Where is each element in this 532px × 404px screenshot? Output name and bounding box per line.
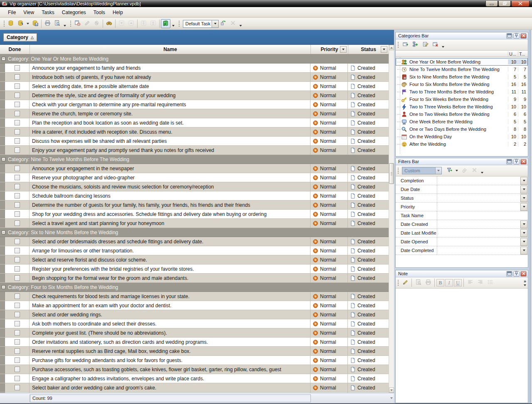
- categories-bar-title[interactable]: Categories Bar: [396, 32, 528, 39]
- done-checkbox[interactable]: [15, 83, 20, 89]
- bold-button[interactable]: B: [436, 279, 444, 286]
- clear-filter-button[interactable]: [459, 166, 469, 175]
- find-button[interactable]: [104, 19, 114, 28]
- filter-value-field[interactable]: [437, 211, 528, 220]
- toolbar-overflow-arrow[interactable]: [481, 172, 483, 174]
- task-row[interactable]: Select a travel agent and start planning…: [0, 219, 394, 228]
- done-checkbox[interactable]: [15, 120, 20, 125]
- task-row[interactable]: Discuss how expenses will be shared with…: [0, 137, 394, 146]
- move-top-button[interactable]: [148, 19, 158, 28]
- filter-value-field[interactable]: [437, 194, 520, 202]
- edit-category-button[interactable]: [420, 41, 430, 49]
- panel-close-button[interactable]: [520, 33, 527, 39]
- filter-dropdown-button[interactable]: [520, 220, 527, 228]
- filter-value-field[interactable]: [437, 246, 520, 255]
- column-header-status[interactable]: Status: [348, 45, 389, 54]
- combobox-dropdown-button[interactable]: [435, 167, 441, 174]
- filter-value-field[interactable]: [437, 238, 520, 246]
- panel-close-button[interactable]: [520, 271, 527, 277]
- toolbar-grip[interactable]: [397, 167, 399, 174]
- panel-float-button[interactable]: [506, 33, 512, 39]
- task-row[interactable]: Reserve your photographer and video-grap…: [0, 173, 394, 182]
- task-row[interactable]: Make an appointment for an exam with you…: [0, 301, 394, 310]
- task-row[interactable]: Check with your clergyman to determine a…: [0, 100, 394, 109]
- scroll-corner[interactable]: [389, 394, 394, 402]
- category-item[interactable]: Four to Six Months Before the Wedding161…: [396, 81, 528, 88]
- collapse-icon[interactable]: −: [2, 230, 5, 234]
- task-row[interactable]: Select and order wedding rings.NormalCre…: [0, 310, 394, 319]
- toolbar-grip[interactable]: [397, 41, 399, 49]
- notes-toggle-button[interactable]: [161, 19, 170, 28]
- combobox-dropdown-button[interactable]: [212, 20, 218, 27]
- done-checkbox[interactable]: [15, 339, 20, 345]
- toolbar-overflow-arrow[interactable]: [172, 25, 175, 27]
- done-checkbox[interactable]: [15, 294, 20, 299]
- filters-bar-title[interactable]: Filters Bar: [396, 158, 528, 165]
- scroll-thumb[interactable]: [389, 163, 394, 184]
- toolbar-overflow-arrow[interactable]: [64, 25, 66, 27]
- priority-filter-dropdown[interactable]: [340, 46, 347, 53]
- column-header-name[interactable]: Name: [30, 45, 311, 54]
- done-checkbox[interactable]: [15, 257, 20, 262]
- task-row[interactable]: Order invitations and stationery, such a…: [0, 338, 394, 347]
- filter-dropdown-button[interactable]: [520, 203, 527, 211]
- task-row[interactable]: Enjoy your engagement party and promptly…: [0, 146, 394, 155]
- done-checkbox[interactable]: [15, 74, 20, 80]
- align-right-button[interactable]: [475, 279, 485, 287]
- category-item[interactable]: Six to Nine Months Before the Wedding55: [396, 73, 528, 81]
- save-database-button[interactable]: [30, 19, 40, 28]
- task-row[interactable]: Determine the style, size and degree of …: [0, 91, 394, 100]
- status-filter-dropdown[interactable]: [381, 46, 387, 53]
- new-category-button[interactable]: [400, 41, 410, 49]
- task-row[interactable]: Begin shopping for the formal wear for t…: [0, 274, 394, 283]
- scroll-track[interactable]: [389, 50, 394, 387]
- category-item[interactable]: Two to Three Weeks Before the Wedding101…: [396, 103, 528, 110]
- open-database-button[interactable]: [16, 19, 25, 28]
- task-row[interactable]: Schedule ballroom dancing lessonsNormalC…: [0, 191, 394, 201]
- align-left-button[interactable]: [465, 279, 475, 287]
- done-checkbox[interactable]: [15, 330, 20, 335]
- done-checkbox[interactable]: [15, 385, 20, 390]
- move-bottom-button[interactable]: [139, 19, 148, 28]
- task-row[interactable]: Shop for your wedding dress and accessor…: [0, 210, 394, 219]
- task-row[interactable]: Plan the reception and book location as …: [0, 118, 394, 127]
- task-row[interactable]: Register your preferences with the brida…: [0, 264, 394, 274]
- note-toolbar-overflow[interactable]: »: [524, 279, 526, 286]
- filter-dropdown-arrow[interactable]: [456, 170, 458, 171]
- panel-pin-button[interactable]: [513, 159, 520, 164]
- done-checkbox[interactable]: [15, 367, 20, 372]
- task-row[interactable]: Select and order bridesmaids dresses and…: [0, 237, 394, 246]
- done-checkbox[interactable]: [15, 348, 20, 354]
- open-dropdown-arrow[interactable]: [27, 23, 29, 24]
- category-item[interactable]: After the Wedding22: [396, 140, 528, 148]
- done-checkbox[interactable]: [15, 147, 20, 153]
- scroll-up-button[interactable]: [389, 45, 394, 50]
- column-header-done[interactable]: Done: [0, 45, 30, 54]
- task-row[interactable]: Select baker and order wedding cake and …: [0, 383, 394, 392]
- panel-pin-button[interactable]: [513, 271, 520, 277]
- task-row[interactable]: Complete your guest list. (There should …: [0, 328, 394, 338]
- menu-help[interactable]: Help: [109, 8, 127, 17]
- category-item[interactable]: On the Wedding Day1010: [396, 133, 528, 140]
- filter-dropdown-button[interactable]: [520, 194, 527, 202]
- new-database-button[interactable]: [6, 19, 16, 28]
- insert-note-button[interactable]: [400, 279, 410, 287]
- bullet-list-button[interactable]: [485, 279, 495, 287]
- done-checkbox[interactable]: [15, 248, 20, 253]
- done-checkbox[interactable]: [15, 65, 20, 71]
- done-checkbox[interactable]: [15, 239, 20, 244]
- note-title[interactable]: Note: [396, 270, 528, 277]
- filter-value-field[interactable]: [437, 203, 520, 211]
- group-by-category-button[interactable]: Category △: [3, 33, 37, 42]
- task-row[interactable]: Engage a calligrapher to address invitat…: [0, 374, 394, 383]
- new-task-button[interactable]: [73, 19, 82, 28]
- note-editor[interactable]: [396, 289, 528, 403]
- menu-view[interactable]: View: [20, 8, 38, 17]
- done-checkbox[interactable]: [15, 102, 20, 107]
- filter-dropdown-button[interactable]: [520, 247, 527, 255]
- delete-task-button[interactable]: [92, 19, 101, 28]
- restore-button[interactable]: [498, 1, 511, 7]
- done-checkbox[interactable]: [15, 193, 20, 198]
- apply-template-button[interactable]: [219, 19, 228, 28]
- remove-filter-button[interactable]: [469, 166, 479, 175]
